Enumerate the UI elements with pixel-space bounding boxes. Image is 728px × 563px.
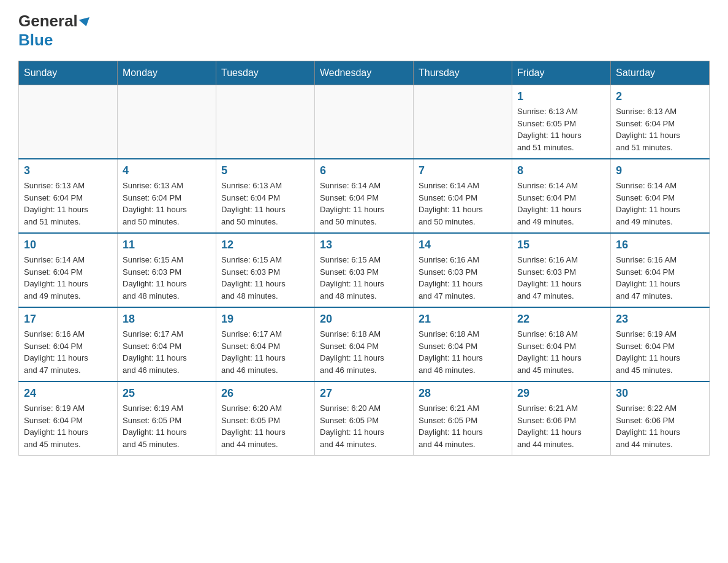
sun-info: Sunrise: 6:13 AMSunset: 6:04 PMDaylight:… [616, 105, 704, 153]
calendar-week-row: 24Sunrise: 6:19 AMSunset: 6:04 PMDayligh… [19, 381, 710, 456]
logo: General Blue [18, 12, 91, 48]
calendar-cell: 16Sunrise: 6:16 AMSunset: 6:04 PMDayligh… [611, 233, 710, 307]
calendar-cell: 21Sunrise: 6:18 AMSunset: 6:04 PMDayligh… [414, 307, 512, 381]
sun-info: Sunrise: 6:19 AMSunset: 6:04 PMDaylight:… [616, 328, 704, 376]
day-number: 29 [517, 387, 605, 400]
calendar-cell: 5Sunrise: 6:13 AMSunset: 6:04 PMDaylight… [216, 159, 315, 233]
calendar-cell: 7Sunrise: 6:14 AMSunset: 6:04 PMDaylight… [414, 159, 512, 233]
sun-info: Sunrise: 6:14 AMSunset: 6:04 PMDaylight:… [616, 180, 704, 228]
calendar-cell: 10Sunrise: 6:14 AMSunset: 6:04 PMDayligh… [19, 233, 118, 307]
sun-info: Sunrise: 6:18 AMSunset: 6:04 PMDaylight:… [320, 328, 408, 376]
day-number: 14 [419, 239, 507, 251]
sun-info: Sunrise: 6:14 AMSunset: 6:04 PMDaylight:… [320, 180, 408, 228]
calendar-cell: 13Sunrise: 6:15 AMSunset: 6:03 PMDayligh… [315, 233, 414, 307]
day-number: 5 [221, 164, 309, 177]
weekday-header-thursday: Thursday [414, 61, 512, 85]
sun-info: Sunrise: 6:16 AMSunset: 6:04 PMDaylight:… [24, 328, 112, 376]
calendar-week-row: 17Sunrise: 6:16 AMSunset: 6:04 PMDayligh… [19, 307, 710, 381]
day-number: 26 [221, 387, 309, 400]
sun-info: Sunrise: 6:18 AMSunset: 6:04 PMDaylight:… [517, 328, 605, 376]
calendar-cell: 9Sunrise: 6:14 AMSunset: 6:04 PMDaylight… [611, 159, 710, 233]
day-number: 1 [517, 90, 605, 103]
sun-info: Sunrise: 6:13 AMSunset: 6:04 PMDaylight:… [123, 180, 211, 228]
calendar-cell: 3Sunrise: 6:13 AMSunset: 6:04 PMDaylight… [19, 159, 118, 233]
weekday-header-wednesday: Wednesday [315, 61, 414, 85]
calendar-cell: 20Sunrise: 6:18 AMSunset: 6:04 PMDayligh… [315, 307, 414, 381]
calendar-cell: 22Sunrise: 6:18 AMSunset: 6:04 PMDayligh… [512, 307, 611, 381]
calendar-cell: 4Sunrise: 6:13 AMSunset: 6:04 PMDaylight… [118, 159, 216, 233]
sun-info: Sunrise: 6:15 AMSunset: 6:03 PMDaylight:… [221, 254, 309, 302]
sun-info: Sunrise: 6:19 AMSunset: 6:05 PMDaylight:… [123, 402, 211, 450]
calendar-cell: 8Sunrise: 6:14 AMSunset: 6:04 PMDaylight… [512, 159, 611, 233]
calendar-cell: 15Sunrise: 6:16 AMSunset: 6:03 PMDayligh… [512, 233, 611, 307]
page-header: General Blue [18, 12, 710, 48]
sun-info: Sunrise: 6:17 AMSunset: 6:04 PMDaylight:… [221, 328, 309, 376]
weekday-header-monday: Monday [118, 61, 216, 85]
calendar-cell [216, 85, 315, 159]
calendar-cell: 24Sunrise: 6:19 AMSunset: 6:04 PMDayligh… [19, 381, 118, 456]
calendar-cell: 29Sunrise: 6:21 AMSunset: 6:06 PMDayligh… [512, 381, 611, 456]
calendar-cell [19, 85, 118, 159]
sun-info: Sunrise: 6:21 AMSunset: 6:06 PMDaylight:… [517, 402, 605, 450]
weekday-header-row: SundayMondayTuesdayWednesdayThursdayFrid… [19, 61, 710, 85]
day-number: 3 [24, 164, 112, 177]
calendar-cell [315, 85, 414, 159]
calendar-table: SundayMondayTuesdayWednesdayThursdayFrid… [18, 61, 710, 456]
sun-info: Sunrise: 6:20 AMSunset: 6:05 PMDaylight:… [320, 402, 408, 450]
day-number: 25 [123, 387, 211, 400]
day-number: 6 [320, 164, 408, 177]
calendar-cell: 26Sunrise: 6:20 AMSunset: 6:05 PMDayligh… [216, 381, 315, 456]
sun-info: Sunrise: 6:14 AMSunset: 6:04 PMDaylight:… [24, 254, 112, 302]
sun-info: Sunrise: 6:16 AMSunset: 6:04 PMDaylight:… [616, 254, 704, 302]
sun-info: Sunrise: 6:17 AMSunset: 6:04 PMDaylight:… [123, 328, 211, 376]
sun-info: Sunrise: 6:13 AMSunset: 6:04 PMDaylight:… [221, 180, 309, 228]
sun-info: Sunrise: 6:16 AMSunset: 6:03 PMDaylight:… [517, 254, 605, 302]
day-number: 20 [320, 313, 408, 326]
day-number: 18 [123, 313, 211, 326]
weekday-header-sunday: Sunday [19, 61, 118, 85]
sun-info: Sunrise: 6:13 AMSunset: 6:04 PMDaylight:… [24, 180, 112, 228]
calendar-cell [118, 85, 216, 159]
day-number: 27 [320, 387, 408, 400]
calendar-cell: 25Sunrise: 6:19 AMSunset: 6:05 PMDayligh… [118, 381, 216, 456]
sun-info: Sunrise: 6:21 AMSunset: 6:05 PMDaylight:… [419, 402, 507, 450]
sun-info: Sunrise: 6:15 AMSunset: 6:03 PMDaylight:… [123, 254, 211, 302]
day-number: 9 [616, 164, 704, 177]
sun-info: Sunrise: 6:19 AMSunset: 6:04 PMDaylight:… [24, 402, 112, 450]
calendar-cell: 12Sunrise: 6:15 AMSunset: 6:03 PMDayligh… [216, 233, 315, 307]
sun-info: Sunrise: 6:14 AMSunset: 6:04 PMDaylight:… [419, 180, 507, 228]
weekday-header-friday: Friday [512, 61, 611, 85]
calendar-cell: 6Sunrise: 6:14 AMSunset: 6:04 PMDaylight… [315, 159, 414, 233]
day-number: 19 [221, 313, 309, 326]
calendar-cell: 27Sunrise: 6:20 AMSunset: 6:05 PMDayligh… [315, 381, 414, 456]
sun-info: Sunrise: 6:13 AMSunset: 6:05 PMDaylight:… [517, 105, 605, 153]
calendar-cell: 17Sunrise: 6:16 AMSunset: 6:04 PMDayligh… [19, 307, 118, 381]
day-number: 2 [616, 90, 704, 103]
day-number: 16 [616, 239, 704, 251]
calendar-cell: 23Sunrise: 6:19 AMSunset: 6:04 PMDayligh… [611, 307, 710, 381]
calendar-cell: 2Sunrise: 6:13 AMSunset: 6:04 PMDaylight… [611, 85, 710, 159]
day-number: 21 [419, 313, 507, 326]
calendar-cell: 1Sunrise: 6:13 AMSunset: 6:05 PMDaylight… [512, 85, 611, 159]
calendar-week-row: 3Sunrise: 6:13 AMSunset: 6:04 PMDaylight… [19, 159, 710, 233]
logo-line1: General [18, 12, 78, 30]
day-number: 4 [123, 164, 211, 177]
calendar-week-row: 10Sunrise: 6:14 AMSunset: 6:04 PMDayligh… [19, 233, 710, 307]
day-number: 12 [221, 239, 309, 251]
weekday-header-saturday: Saturday [611, 61, 710, 85]
calendar-cell: 18Sunrise: 6:17 AMSunset: 6:04 PMDayligh… [118, 307, 216, 381]
day-number: 30 [616, 387, 704, 400]
logo-line2: Blue [18, 31, 53, 49]
sun-info: Sunrise: 6:18 AMSunset: 6:04 PMDaylight:… [419, 328, 507, 376]
sun-info: Sunrise: 6:15 AMSunset: 6:03 PMDaylight:… [320, 254, 408, 302]
day-number: 11 [123, 239, 211, 251]
calendar-cell: 19Sunrise: 6:17 AMSunset: 6:04 PMDayligh… [216, 307, 315, 381]
day-number: 24 [24, 387, 112, 400]
day-number: 7 [419, 164, 507, 177]
weekday-header-tuesday: Tuesday [216, 61, 315, 85]
day-number: 8 [517, 164, 605, 177]
sun-info: Sunrise: 6:16 AMSunset: 6:03 PMDaylight:… [419, 254, 507, 302]
day-number: 15 [517, 239, 605, 251]
day-number: 28 [419, 387, 507, 400]
calendar-week-row: 1Sunrise: 6:13 AMSunset: 6:05 PMDaylight… [19, 85, 710, 159]
